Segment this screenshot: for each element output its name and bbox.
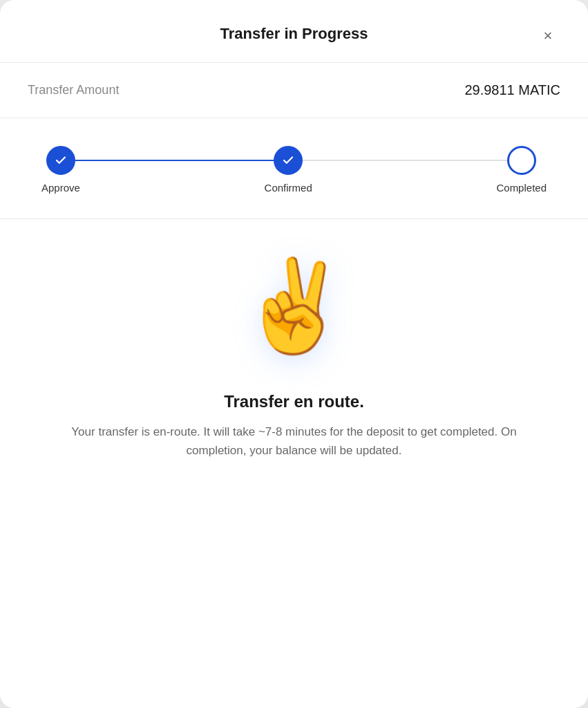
step-approve-circle [46, 146, 75, 175]
close-button[interactable]: × [535, 24, 560, 48]
step-completed-label: Completed [496, 182, 547, 194]
transfer-amount-label: Transfer Amount [28, 83, 119, 97]
peace-sign-emoji: ✌️ [238, 261, 350, 351]
step-completed-circle [507, 146, 536, 175]
step-confirmed-label: Confirmed [265, 182, 312, 194]
step-approve: Approve [41, 146, 80, 194]
progress-line-filled [55, 160, 294, 161]
message-title: Transfer en route. [55, 392, 533, 411]
transfer-amount-row: Transfer Amount 29.9811 MATIC [0, 62, 588, 118]
modal-header: Transfer in Progress × [0, 0, 588, 62]
modal-title: Transfer in Progress [220, 25, 368, 43]
step-approve-label: Approve [41, 182, 80, 194]
progress-section: Approve Confirmed Completed [0, 118, 588, 219]
emoji-container: ✌️ [238, 261, 350, 351]
checkmark-icon-2 [282, 154, 294, 167]
transfer-amount-value: 29.9811 MATIC [464, 82, 560, 98]
message-body: Your transfer is en-route. It will take … [55, 422, 533, 460]
step-completed: Completed [496, 146, 547, 194]
message-section: Transfer en route. Your transfer is en-r… [0, 378, 588, 501]
checkmark-icon [55, 154, 67, 167]
emoji-section: ✌️ [0, 219, 588, 378]
step-confirmed-circle [274, 146, 303, 175]
modal-container: Transfer in Progress × Transfer Amount 2… [0, 0, 588, 708]
step-confirmed: Confirmed [265, 146, 312, 194]
progress-steps: Approve Confirmed Completed [41, 146, 547, 194]
